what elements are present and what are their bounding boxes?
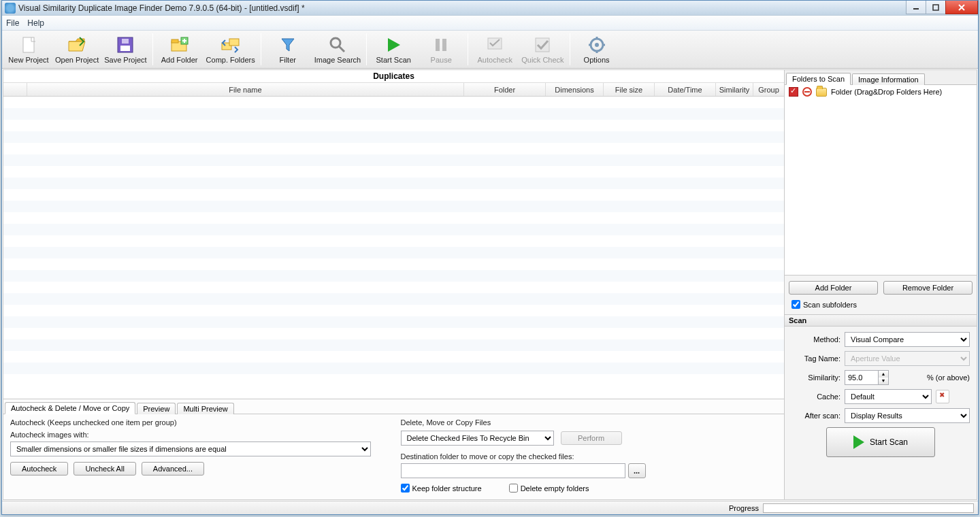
filter-icon [278,35,297,54]
comp-folders-button[interactable]: Comp. Folders [203,31,258,68]
results-grid[interactable] [3,97,784,399]
similarity-suffix: % (or above) [927,373,970,382]
cache-select[interactable]: Default [845,389,932,404]
save-icon [116,35,135,54]
clear-cache-button[interactable] [936,390,949,403]
new-project-button[interactable]: New Project [5,31,52,68]
column-checkbox[interactable] [3,83,27,96]
start-scan-main-button[interactable]: Start Scan [826,427,935,457]
grid-headers: File name Folder Dimensions File size Da… [3,83,784,97]
start-scan-button[interactable]: Start Scan [370,31,417,68]
method-select[interactable]: Visual Compare [845,332,970,347]
tab-autocheck[interactable]: Autocheck & Delete / Move or Copy [5,402,135,414]
keep-structure-checkbox[interactable]: Keep folder structure [401,484,482,493]
folder-row[interactable]: Folder (Drag&Drop Folders Here) [785,85,977,99]
svg-rect-7 [122,39,129,44]
maximize-button[interactable] [926,1,946,14]
scan-section-header: Scan [785,314,977,327]
image-search-button[interactable]: Image Search [312,31,363,68]
browse-button[interactable]: ... [628,463,646,478]
save-project-button[interactable]: Save Project [101,31,149,68]
afterscan-select[interactable]: Display Results [845,408,970,423]
svg-point-23 [595,43,599,47]
close-button[interactable] [945,1,978,14]
column-datetime[interactable]: Date/Time [655,83,716,96]
autocheck-run-button[interactable]: Autocheck [10,462,68,476]
autocheck-icon [485,35,504,54]
window-controls [906,1,978,14]
svg-rect-1 [933,5,938,10]
folder-placeholder-text: Folder (Drag&Drop Folders Here) [831,88,942,96]
pause-icon [431,35,451,54]
destination-input[interactable] [401,463,625,478]
tagname-label: Tag Name: [791,354,840,363]
column-filesize[interactable]: File size [604,83,655,96]
remove-folder-button[interactable]: Remove Folder [883,281,973,295]
file-action-select[interactable]: Delete Checked Files To Recycle Bin [401,431,554,446]
statusbar: Progress [2,501,978,514]
window-title: Visual Similarity Duplicate Image Finder… [18,3,305,13]
play-icon [384,35,403,54]
quick-check-icon [533,35,552,54]
quick-check-button[interactable]: Quick Check [519,31,566,68]
duplicates-header: Duplicates [3,70,784,83]
advanced-button[interactable]: Advanced... [142,462,204,476]
folders-list[interactable]: Folder (Drag&Drop Folders Here) [785,85,977,276]
scan-subfolders-label: Scan subfolders [803,301,857,309]
scan-subfolders-checkbox[interactable] [791,300,800,309]
dest-label: Destination folder to move or copy the c… [401,452,778,461]
column-group[interactable]: Group [753,83,784,96]
bottom-tab-strip: Autocheck & Delete / Move or Copy Previe… [3,399,784,414]
titlebar: Visual Similarity Duplicate Image Finder… [2,1,978,16]
column-folder[interactable]: Folder [464,83,546,96]
svg-marker-17 [388,38,400,52]
open-folder-icon [67,35,86,54]
perform-button[interactable]: Perform [561,431,622,445]
menu-help[interactable]: Help [27,18,44,28]
minimize-button[interactable] [906,1,926,14]
folder-icon [816,88,827,97]
svg-rect-4 [23,37,34,52]
right-tab-strip: Folders to Scan Image Information [785,70,977,85]
pause-button[interactable]: Pause [417,31,465,68]
column-dimensions[interactable]: Dimensions [546,83,604,96]
delete-title: Delete, Move or Copy Files [401,418,778,427]
delete-panel: Delete, Move or Copy Files Delete Checke… [401,418,778,493]
column-similarity[interactable]: Similarity [716,83,753,96]
add-folder-button[interactable]: Add Folder [156,31,203,68]
open-project-button[interactable]: Open Project [52,31,101,68]
search-icon [328,35,347,54]
menu-file[interactable]: File [6,18,19,28]
tab-folders-to-scan[interactable]: Folders to Scan [786,73,851,85]
tab-multi-preview[interactable]: Multi Preview [177,403,233,414]
exclude-toggle-icon[interactable] [802,87,812,97]
options-button[interactable]: Options [573,31,621,68]
tab-preview[interactable]: Preview [137,403,176,414]
autocheck-criteria-select[interactable]: Smaller dimensions or smaller file sizes… [10,441,371,456]
tagname-select: Aperture Value [845,351,970,366]
filter-button[interactable]: Filter [264,31,312,68]
content-area: Duplicates File name Folder Dimensions F… [3,69,977,500]
autocheck-panel: Autocheck (Keeps unchecked one item per … [10,418,387,493]
app-icon [5,3,16,14]
new-project-icon [19,35,38,54]
autocheck-button[interactable]: Autocheck [471,31,519,68]
menubar: File Help [2,16,978,31]
delete-empty-checkbox[interactable]: Delete empty folders [509,484,589,493]
similarity-label: Similarity: [791,373,840,382]
uncheck-all-button[interactable]: Uncheck All [74,462,135,476]
afterscan-label: After scan: [791,412,840,420]
right-pane: Folders to Scan Image Information Folder… [784,70,977,499]
add-folder-side-button[interactable]: Add Folder [789,281,878,295]
play-icon [853,435,864,449]
cache-label: Cache: [791,393,840,401]
add-folder-icon [170,35,189,54]
similarity-spinner[interactable]: ▲▼ [879,370,889,385]
progress-bar [763,503,974,513]
column-filename[interactable]: File name [27,83,464,96]
similarity-input[interactable] [845,370,879,385]
svg-rect-19 [442,39,446,51]
tab-image-information[interactable]: Image Information [852,73,925,85]
include-toggle-icon[interactable] [789,87,798,97]
app-window: Visual Similarity Duplicate Image Finder… [1,0,979,515]
